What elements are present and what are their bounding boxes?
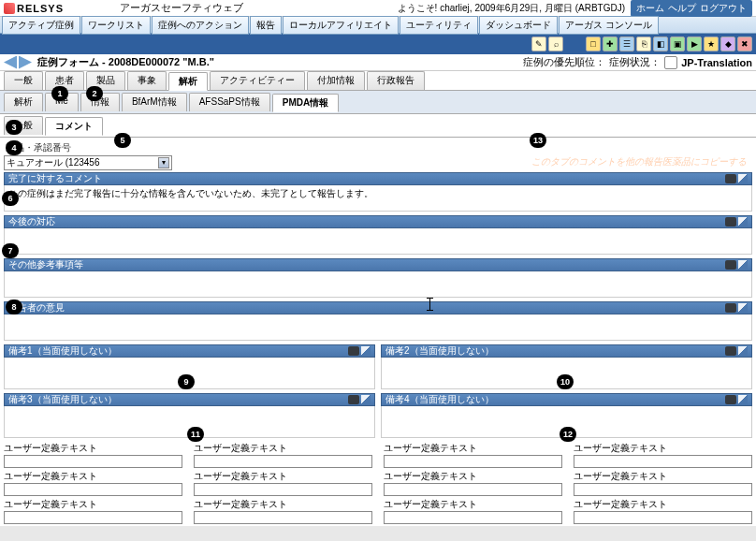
tab2-info[interactable]: 情報 — [80, 93, 120, 111]
tab-general[interactable]: 一般 — [4, 71, 43, 90]
tab-patient[interactable]: 患者 — [45, 71, 84, 90]
tool-12[interactable]: ✖ — [737, 37, 752, 51]
tool-7[interactable]: ◧ — [653, 37, 668, 51]
tool-6[interactable]: ⎘ — [636, 37, 651, 51]
corner-fold-icon — [738, 217, 748, 227]
binoculars-icon[interactable] — [348, 346, 359, 356]
tool-9[interactable]: ▶ — [687, 37, 702, 51]
section-comment-header: 完了に対するコメント — [4, 172, 752, 185]
menu-argus-console[interactable]: アーガス コンソール — [559, 16, 659, 35]
udt-input-12[interactable] — [574, 511, 752, 524]
udt-label: ユーザー定義テキスト — [4, 470, 182, 483]
udt-input-3[interactable] — [384, 455, 562, 468]
form-title: 症例フォーム - 2008DE000072 "M.B." — [37, 55, 214, 69]
udt-input-7[interactable] — [384, 483, 562, 496]
section-future-body[interactable] — [4, 228, 752, 255]
tabs-level-2: 解析 Me 情報 BfArM情報 AFSSaPS情報 PMDA情報 — [0, 91, 756, 114]
udt-input-11[interactable] — [384, 511, 562, 524]
toolbar: ✎ ⌕ □ ✚ ☰ ⎘ ◧ ▣ ▶ ★ ◆ ✖ — [0, 34, 756, 54]
nav-prev-icon[interactable] — [4, 56, 17, 69]
logo-icon — [4, 3, 15, 14]
tool-3[interactable]: □ — [586, 37, 601, 51]
udt-label: ユーザー定義テキスト — [574, 470, 752, 483]
udt-input-9[interactable] — [4, 511, 182, 524]
udt-label: ユーザー定義テキスト — [194, 498, 372, 511]
binoculars-icon[interactable] — [725, 217, 736, 227]
tool-1[interactable]: ✎ — [531, 37, 546, 51]
tab2-bfarm[interactable]: BfArM情報 — [122, 93, 187, 111]
case-state-icon — [664, 56, 677, 69]
menu-worklist[interactable]: ワークリスト — [81, 16, 151, 35]
menu-case-action[interactable]: 症例へのアクション — [152, 16, 249, 35]
binoculars-icon[interactable] — [725, 174, 736, 183]
menu-report[interactable]: 報告 — [250, 16, 282, 35]
copy-hint[interactable]: このタブのコメントを他の報告医薬品にコピーする — [531, 155, 747, 168]
tab-admin-report[interactable]: 行政報告 — [367, 71, 425, 90]
logo-text: RELSYS — [17, 3, 64, 14]
udt-input-4[interactable] — [574, 455, 752, 468]
tab2-me[interactable]: Me — [45, 93, 79, 111]
tab-analysis[interactable]: 解析 — [168, 72, 208, 91]
udt-label: ユーザー定義テキスト — [194, 442, 372, 455]
binoculars-icon[interactable] — [725, 395, 736, 404]
section-biko4-body[interactable] — [381, 406, 752, 438]
nav-next-icon[interactable] — [19, 56, 32, 69]
tab-activity[interactable]: アクティビティー — [210, 71, 305, 90]
section-comment-body[interactable]: この症例はまだ完了報告に十分な情報を含んでいないため、未完了として報告します。 — [4, 185, 752, 212]
tab3-general[interactable]: 一般 — [4, 116, 43, 135]
tab2-afssaps[interactable]: AFSSaPS情報 — [189, 93, 270, 111]
section-reporter-title: 報告者の意見 — [8, 301, 65, 314]
udt-input-10[interactable] — [194, 511, 372, 524]
tabs-level-1: 一般 患者 製品 事象 解析 アクティビティー 付加情報 行政報告 — [0, 71, 756, 91]
top-links: ホーム ヘルプ ログアウト — [631, 0, 752, 17]
binoculars-icon[interactable] — [725, 260, 736, 270]
welcome-text: ようこそ! charliej, 2009年6月29日, 月曜日 (ARBTGDJ… — [398, 2, 625, 15]
tool-2[interactable]: ⌕ — [548, 37, 563, 51]
menu-local-affiliate[interactable]: ローカルアフィリエイト — [283, 16, 399, 35]
udt-label: ユーザー定義テキスト — [194, 470, 372, 483]
section-other-title: その他参考事項等 — [8, 258, 83, 271]
tool-8[interactable]: ▣ — [670, 37, 685, 51]
dropdown-icon[interactable]: ▾ — [158, 157, 169, 168]
menu-utility[interactable]: ユーティリティ — [400, 16, 478, 35]
logout-link[interactable]: ログアウト — [700, 2, 747, 15]
binoculars-icon[interactable] — [725, 346, 736, 356]
udt-input-8[interactable] — [574, 483, 752, 496]
tool-10[interactable]: ★ — [704, 37, 719, 51]
corner-fold-icon — [361, 346, 371, 356]
udt-label: ユーザー定義テキスト — [384, 470, 562, 483]
udt-input-6[interactable] — [194, 483, 372, 496]
corner-fold-icon — [738, 174, 748, 183]
tab3-comment[interactable]: コメント — [45, 117, 103, 136]
binoculars-icon[interactable] — [725, 303, 736, 313]
udt-label: ユーザー定義テキスト — [4, 442, 182, 455]
corner-fold-icon — [738, 346, 748, 356]
product-select[interactable]: キュアオール (123456 ▾ — [4, 155, 172, 170]
help-link[interactable]: ヘルプ — [668, 2, 696, 15]
udt-label: ユーザー定義テキスト — [4, 498, 182, 511]
user-defined-grid: ユーザー定義テキスト ユーザー定義テキスト ユーザー定義テキスト ユーザー定義テ… — [4, 442, 752, 524]
section-biko1-body[interactable] — [4, 358, 375, 389]
tab-event[interactable]: 事象 — [127, 71, 167, 90]
tab2-analysis[interactable]: 解析 — [4, 93, 43, 111]
menu-dashboard[interactable]: ダッシュボード — [479, 16, 558, 35]
section-biko3-body[interactable] — [4, 406, 375, 438]
section-biko4-title: 備考4（当面使用しない） — [385, 393, 494, 406]
udt-input-2[interactable] — [194, 455, 372, 468]
section-reporter-body[interactable] — [4, 314, 752, 341]
udt-input-5[interactable] — [4, 483, 182, 496]
tool-11[interactable]: ◆ — [720, 37, 735, 51]
corner-fold-icon — [738, 395, 748, 404]
udt-input-1[interactable] — [4, 455, 182, 468]
tab2-pmda[interactable]: PMDA情報 — [272, 94, 339, 112]
section-other-body[interactable] — [4, 271, 752, 298]
product-select-value: キュアオール (123456 — [7, 156, 99, 169]
tool-5[interactable]: ☰ — [619, 37, 634, 51]
binoculars-icon[interactable] — [348, 395, 359, 404]
tool-4[interactable]: ✚ — [603, 37, 618, 51]
tab-additional[interactable]: 付加情報 — [307, 71, 365, 90]
home-link[interactable]: ホーム — [636, 2, 664, 15]
section-biko2-body[interactable] — [381, 358, 752, 389]
tab-product[interactable]: 製品 — [86, 71, 125, 90]
menu-active-cases[interactable]: アクティブ症例 — [2, 16, 80, 35]
